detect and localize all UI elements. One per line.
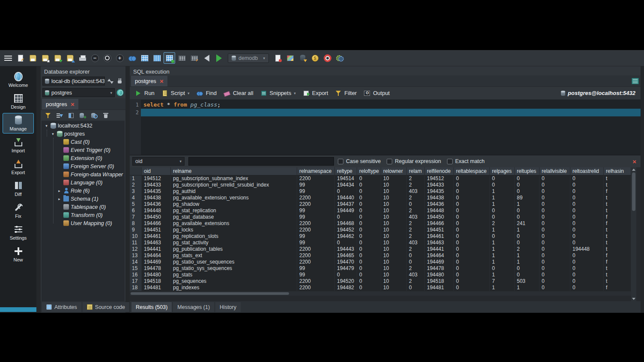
cell[interactable]: t [604, 201, 631, 208]
tree-item-role-6[interactable]: ▸Role (6) [42, 187, 125, 195]
cell[interactable]: 0 [570, 272, 604, 278]
cell[interactable]: 99 [297, 188, 335, 195]
cell[interactable]: 0 [335, 272, 357, 278]
cell[interactable]: 0 [515, 188, 540, 195]
run-button[interactable]: Run [131, 88, 158, 99]
cell[interactable]: 0 [454, 227, 490, 233]
cell[interactable]: 0 [540, 208, 570, 214]
cell[interactable]: 0 [454, 272, 490, 278]
sql-tab-postgres[interactable]: postgres × [131, 76, 167, 86]
cell[interactable]: pg_stat_activity [171, 240, 297, 246]
cell[interactable]: 0 [490, 182, 515, 188]
cell[interactable]: 194441 [142, 246, 171, 252]
cell[interactable]: 1 [490, 259, 515, 265]
scroll-up-icon[interactable] [632, 169, 635, 171]
editor-line[interactable]: select * from pg_class; [141, 101, 641, 109]
cell[interactable]: 2200 [297, 175, 335, 182]
tree-item-language-0[interactable]: Language (0) [42, 178, 125, 187]
cell[interactable]: 1 [490, 195, 515, 201]
cell[interactable]: 2200 [297, 195, 335, 201]
cell[interactable]: 10 [381, 208, 407, 214]
cell[interactable]: 0 [540, 175, 570, 182]
explorer-tab-postgres[interactable]: postgres × [42, 99, 78, 110]
row-number[interactable]: 18 [130, 285, 142, 291]
tree-item-cast-0[interactable]: Cast (0) [42, 138, 125, 146]
layout-button[interactable] [68, 112, 75, 119]
cell[interactable]: 194433 [142, 182, 171, 188]
filter-button[interactable]: Filter [331, 88, 360, 99]
cell[interactable]: 0 [357, 214, 381, 220]
cell[interactable]: 0 [515, 214, 540, 220]
cell[interactable]: 0 [490, 233, 515, 240]
exact-match-checkbox[interactable]: Exact match [447, 158, 485, 164]
cell[interactable]: pg_available_extensions [171, 220, 297, 227]
cell[interactable]: 99 [297, 265, 335, 272]
cell[interactable]: 2 [490, 220, 515, 227]
cell[interactable]: 194448 [570, 246, 604, 252]
cell[interactable]: 403 [407, 214, 425, 220]
scroll-down-icon[interactable] [632, 298, 635, 300]
cell[interactable]: 0 [570, 182, 604, 188]
cell[interactable]: 194514 [335, 175, 357, 182]
cell[interactable]: 0 [540, 227, 570, 233]
cell[interactable]: 0 [515, 233, 540, 240]
new-script-button[interactable] [15, 52, 26, 64]
cell[interactable]: 194438 [142, 195, 171, 201]
cell[interactable]: 0 [357, 188, 381, 195]
cell[interactable]: 0 [454, 182, 490, 188]
cell[interactable]: 0 [454, 188, 490, 195]
cell[interactable]: 0 [357, 182, 381, 188]
cell[interactable]: 0 [570, 227, 604, 233]
vertical-scrollbar[interactable] [631, 167, 636, 301]
cell[interactable]: 1 [490, 246, 515, 252]
cell[interactable]: 194441 [425, 246, 454, 252]
cell[interactable]: 2200 [297, 246, 335, 252]
cell[interactable]: 10 [381, 233, 407, 240]
script-button[interactable]: Script▾ [158, 88, 193, 99]
cell[interactable]: pg_locks [171, 227, 297, 233]
row-number[interactable]: 9 [130, 227, 142, 233]
save-button[interactable] [27, 52, 39, 64]
row-number[interactable]: 1 [130, 175, 142, 182]
cell[interactable]: 1 [490, 188, 515, 195]
cell[interactable]: 0 [454, 208, 490, 214]
cell[interactable]: 194443 [335, 246, 357, 252]
column-header-reltype[interactable]: reltype [335, 167, 357, 175]
appbar-item-settings[interactable]: Settings [3, 222, 34, 243]
cell[interactable]: 2 [407, 246, 425, 252]
chevron-down-icon[interactable]: ▾ [294, 91, 296, 95]
row-number[interactable]: 5 [130, 201, 142, 208]
cell[interactable]: 10 [381, 214, 407, 220]
cell[interactable]: 194464 [425, 252, 454, 259]
cell[interactable]: 0 [570, 259, 604, 265]
cell[interactable]: 99 [297, 208, 335, 214]
cell[interactable]: 194462 [335, 233, 357, 240]
cell[interactable]: 0 [570, 195, 604, 201]
cell[interactable]: 0 [357, 252, 381, 259]
cell[interactable]: 194435 [142, 188, 171, 195]
cell[interactable]: f [604, 214, 631, 220]
diagram-button[interactable] [176, 52, 188, 64]
row-number[interactable]: 11 [130, 240, 142, 246]
cell[interactable]: 10 [381, 227, 407, 233]
find-button[interactable] [126, 52, 138, 64]
cell[interactable]: 194437 [335, 201, 357, 208]
cell[interactable]: f [604, 188, 631, 195]
expander-icon[interactable]: ▾ [51, 132, 55, 136]
cell[interactable]: t [604, 265, 631, 272]
cell[interactable]: 0 [540, 240, 570, 246]
save-all-button[interactable] [64, 52, 76, 64]
cell[interactable]: 0 [454, 195, 490, 201]
cell[interactable]: 194480 [142, 272, 171, 278]
cell[interactable]: 0 [335, 214, 357, 220]
cell[interactable]: t [604, 227, 631, 233]
cell[interactable]: 10 [381, 252, 407, 259]
cell[interactable]: 194463 [142, 240, 171, 246]
column-header-relnamespace[interactable]: relnamespace [297, 167, 335, 175]
cell[interactable]: 0 [407, 259, 425, 265]
cell[interactable]: 10 [381, 265, 407, 272]
cell[interactable]: 10 [381, 188, 407, 195]
tab-history[interactable]: History [215, 302, 241, 312]
cell[interactable]: t [604, 175, 631, 182]
column-header-reloftype[interactable]: reloftype [357, 167, 381, 175]
